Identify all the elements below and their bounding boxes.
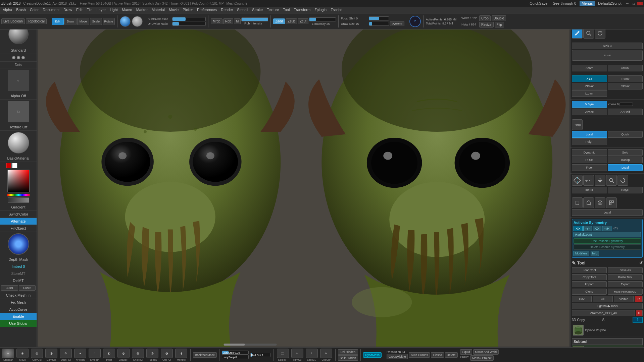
xpose-slider[interactable] — [620, 103, 633, 106]
roll-dist-slider[interactable]: Roll Dist 1 — [250, 353, 270, 357]
group-visible-btn[interactable]: GroupVisible — [387, 354, 408, 359]
polyf-btn[interactable]: PolyF — [572, 138, 607, 145]
canvas-area[interactable] — [37, 21, 570, 347]
scroll-btn[interactable]: Scroll — [572, 50, 643, 61]
topological-btn[interactable]: Topological — [26, 18, 47, 24]
polyf2-btn[interactable]: PolyF — [608, 187, 643, 193]
menu-document[interactable]: Document — [41, 7, 61, 12]
brush-tool-2[interactable]: ◉ Move — [16, 349, 29, 361]
copy-tool-btn[interactable]: Copy Tool — [572, 274, 607, 280]
rgb-intensity-slider[interactable] — [241, 17, 268, 21]
minimize-btn[interactable]: ─ — [625, 2, 630, 5]
delete-posable-btn[interactable]: Delete Posable Symmetry — [574, 244, 641, 250]
quick-btn[interactable]: Quick — [608, 131, 643, 138]
brush-name[interactable]: Standard — [0, 47, 37, 54]
clip-curve-btn[interactable]: ✂ ClipCur — [319, 349, 333, 361]
brush-tool-6[interactable]: ● hPolish — [73, 349, 87, 361]
mesh-project-btn[interactable]: Mesh / Project — [470, 355, 494, 361]
spix-btn[interactable]: SPix 3 — [572, 43, 643, 49]
zremesh-r-btn[interactable]: R — [636, 310, 643, 316]
flip-btn[interactable]: Flip — [495, 22, 504, 27]
dynamic2-icon[interactable] — [595, 197, 605, 208]
color-gradient[interactable] — [7, 170, 30, 192]
cust1-btn[interactable]: Cust1 — [1, 285, 18, 291]
menus-btn[interactable]: Menus — [580, 1, 595, 6]
qxyz-btn[interactable]: qXYZ — [583, 175, 594, 186]
menu-draw[interactable]: Draw — [61, 7, 74, 12]
store-mt-btn[interactable]: StoreMT — [0, 270, 37, 277]
auto-groups-btn[interactable]: Auto Groups — [409, 352, 430, 358]
live-boolean-btn[interactable]: Live Boolean — [1, 18, 25, 24]
enable-btn[interactable]: Enable — [0, 313, 37, 320]
paste-tool-btn[interactable]: Paste Tool — [608, 274, 643, 280]
menu-macro[interactable]: Macro — [120, 7, 134, 12]
menu-edit[interactable]: Edit — [74, 7, 85, 12]
copy-num-field[interactable]: 1 — [633, 317, 643, 323]
rgb-btn[interactable]: Rgb — [223, 18, 233, 24]
r-btn[interactable]: R — [635, 296, 643, 302]
export-btn[interactable]: Export — [608, 281, 643, 287]
draw-size-slider[interactable] — [369, 22, 389, 26]
save-as-btn[interactable]: Save As — [608, 267, 643, 273]
persp-icon[interactable]: Persp — [572, 119, 583, 130]
lightbox-tools-btn[interactable]: Lightbox▶Tools — [572, 303, 643, 309]
fill-object-btn[interactable]: FillObject — [0, 225, 37, 232]
menu-layer[interactable]: Layer — [95, 7, 108, 12]
use-posable-btn[interactable]: Use Posable Symmetry — [574, 238, 641, 244]
alpha-preview[interactable]: α — [8, 70, 29, 91]
undivide-slider[interactable] — [172, 22, 206, 26]
zoom-btn[interactable]: Zoom — [572, 65, 607, 71]
scale-btn[interactable]: Scale — [90, 18, 102, 25]
brush-tool-12[interactable]: ◕ Orb_Cr — [160, 349, 174, 361]
inffill-btn[interactable]: Inf.Fill — [572, 187, 607, 193]
double-btn[interactable]: Double — [492, 15, 506, 21]
rotate3-icon[interactable] — [617, 175, 628, 186]
menu-brush[interactable]: Brush — [14, 7, 28, 12]
make-polymesh3d-btn[interactable]: Make PolyMesh3D — [608, 289, 643, 295]
frame-btn[interactable]: Frame — [608, 75, 643, 82]
vsym-btn[interactable]: V.Sym — [572, 101, 607, 108]
elastic-btn[interactable]: Elastic — [431, 352, 444, 358]
foreground-color[interactable] — [6, 163, 11, 168]
basic-material-label[interactable]: BasicMaterial — [0, 155, 37, 162]
rotate-btn[interactable]: Rotate — [103, 18, 115, 25]
backface-mask-btn[interactable]: BackfaceMask — [193, 352, 217, 358]
liquid-btn[interactable]: Liquid — [460, 349, 472, 355]
depth-mask-preview[interactable] — [8, 233, 29, 255]
maximize-btn[interactable]: □ — [631, 2, 636, 5]
texture-off-label[interactable]: Texture Off — [0, 124, 37, 131]
menu-light[interactable]: Light — [108, 7, 120, 12]
actual-btn[interactable]: Actual — [608, 65, 643, 71]
trim-curve-btn[interactable]: ∿ TrimCu — [291, 349, 304, 361]
gradient-preview[interactable] — [8, 197, 29, 203]
material-preview[interactable] — [8, 132, 29, 154]
cust2-btn[interactable]: Cust2 — [19, 285, 36, 291]
default-zscript-btn[interactable]: DefaultZScript — [596, 1, 624, 6]
transp2-icon[interactable] — [572, 197, 583, 208]
background-color[interactable] — [12, 163, 17, 168]
select-rect-btn[interactable]: ⬚ SelectR — [276, 349, 290, 361]
brush-tool-9[interactable]: ◒ SnakeH — [117, 349, 130, 361]
menu-stroke[interactable]: Stroke — [250, 7, 265, 12]
brush-tool-5[interactable]: ⊙ Dam_St — [59, 349, 72, 361]
lazy-step-slider[interactable]: LazyStep 0.25 — [222, 351, 249, 355]
sym-z-btn[interactable]: >Z< — [593, 226, 601, 231]
xpose-icon[interactable] — [606, 197, 617, 208]
menu-alpha[interactable]: Alpha — [1, 7, 14, 12]
menu-render[interactable]: Render — [219, 7, 235, 12]
z-intensity-slider[interactable] — [309, 17, 336, 21]
fix-mesh-btn[interactable]: Fix Mesh — [0, 299, 37, 306]
slice-curve-btn[interactable]: ⌇ SliceCu — [305, 349, 318, 361]
brush-tool-11[interactable]: ◔ RugasB — [146, 349, 159, 361]
all-btn[interactable]: All — [593, 296, 612, 302]
zcut-btn[interactable]: Zcut — [298, 18, 308, 24]
menu-texture[interactable]: Texture — [265, 7, 281, 12]
resize-btn[interactable]: Resize — [479, 22, 494, 27]
menu-color[interactable]: Color — [28, 7, 41, 12]
zremesh-geo-label[interactable]: ZRemesh_GEO_48 — [572, 310, 635, 316]
delete-btn[interactable]: Delete — [445, 352, 458, 358]
use-global-btn[interactable]: Use Global — [0, 320, 37, 327]
alternate-btn[interactable]: Alternate — [0, 218, 37, 225]
local3-btn[interactable]: Local — [572, 209, 643, 216]
menu-preferences[interactable]: Preferences — [195, 7, 219, 12]
